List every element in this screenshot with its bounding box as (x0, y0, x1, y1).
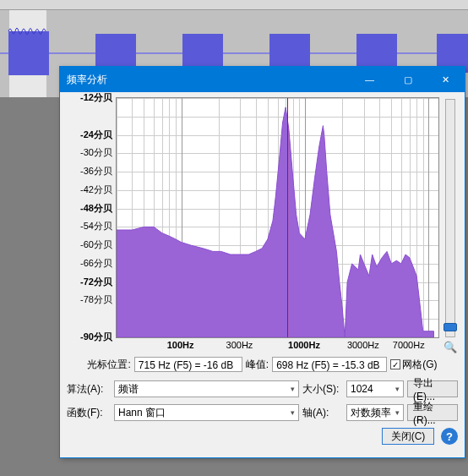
function-label: 函数(F): (67, 406, 111, 420)
y-tick-label: -42分贝 (80, 183, 112, 195)
algorithm-select[interactable]: 频谱 ▾ (114, 380, 299, 397)
y-tick-label: -24分贝 (80, 128, 112, 140)
dialog-titlebar[interactable]: 频率分析 — ▢ ✕ (60, 67, 465, 92)
grid-checkbox-label: 网格(G) (402, 358, 437, 372)
peak-label: 峰值: (246, 358, 269, 372)
x-tick-label: 1000Hz (288, 340, 320, 350)
y-axis: -12分贝-24分贝-30分贝-36分贝-42分贝-48分贝-54分贝-60分贝… (67, 97, 116, 353)
axis-label: 轴(A): (302, 406, 343, 420)
chevron-down-icon: ▾ (291, 408, 295, 417)
axis-select-value: 对数频率 (351, 406, 391, 420)
y-tick-label: -48分贝 (80, 201, 112, 214)
zoom-slider[interactable] (445, 99, 455, 337)
grid-checkbox[interactable]: ✓ 网格(G) (390, 358, 437, 372)
svg-rect-1 (8, 31, 49, 75)
window-minimize-button[interactable]: — (351, 67, 389, 92)
window-close-button[interactable]: ✕ (427, 67, 465, 92)
replot-button[interactable]: 重绘(R)... (407, 404, 458, 421)
zoom-icon[interactable]: 🔍 (444, 341, 457, 353)
window-maximize-button[interactable]: ▢ (389, 67, 427, 92)
y-tick-label: -30分贝 (80, 146, 112, 159)
export-button[interactable]: 导出(E)... (407, 380, 458, 397)
size-label: 大小(S): (302, 382, 343, 397)
cursor-crosshair[interactable] (287, 98, 288, 337)
algorithm-label: 算法(A): (67, 382, 111, 397)
y-tick-label: -66分贝 (80, 256, 112, 269)
y-tick-label: -78分贝 (80, 293, 112, 306)
spectrum-plot[interactable] (116, 97, 439, 338)
x-axis: 100Hz300Hz1000Hz3000Hz7000Hz (116, 338, 439, 353)
axis-select[interactable]: 对数频率 ▾ (346, 404, 404, 421)
grid-checkbox-box[interactable]: ✓ (390, 359, 400, 369)
x-tick-label: 100Hz (167, 340, 194, 350)
dialog-title: 频率分析 (67, 73, 351, 87)
cursor-position-value: 715 Hz (F5) = -16 dB (134, 357, 242, 372)
x-tick-label: 7000Hz (393, 340, 425, 350)
x-tick-label: 3000Hz (347, 340, 379, 350)
y-tick-label: -90分贝 (80, 331, 112, 343)
y-tick-label: -54分贝 (80, 220, 112, 233)
y-tick-label: -72分贝 (80, 275, 112, 287)
chevron-down-icon: ▾ (395, 385, 400, 393)
timeline-ruler[interactable] (0, 0, 468, 10)
chevron-down-icon: ▾ (291, 385, 295, 393)
cursor-position-label: 光标位置: (87, 358, 130, 372)
zoom-slider-thumb[interactable] (444, 323, 457, 331)
help-button[interactable]: ? (441, 428, 458, 445)
size-select-value: 1024 (351, 383, 373, 395)
close-button[interactable]: 关闭(C) (382, 428, 434, 445)
y-tick-label: -12分贝 (80, 91, 112, 104)
algorithm-select-value: 频谱 (118, 382, 139, 397)
x-tick-label: 300Hz (226, 340, 253, 350)
frequency-analysis-dialog: 频率分析 — ▢ ✕ -12分贝-24分贝-30分贝-36分贝-42分贝-48分… (59, 66, 465, 458)
peak-value: 698 Hz (F5) = -15.3 dB (272, 357, 387, 372)
y-tick-label: -36分贝 (80, 165, 112, 178)
spectrum-fill (117, 98, 438, 337)
size-select[interactable]: 1024 ▾ (346, 380, 404, 397)
y-tick-label: -60分贝 (80, 238, 112, 251)
chevron-down-icon: ▾ (395, 408, 400, 417)
function-select-value: Hann 窗口 (118, 406, 166, 420)
function-select[interactable]: Hann 窗口 ▾ (114, 404, 299, 421)
